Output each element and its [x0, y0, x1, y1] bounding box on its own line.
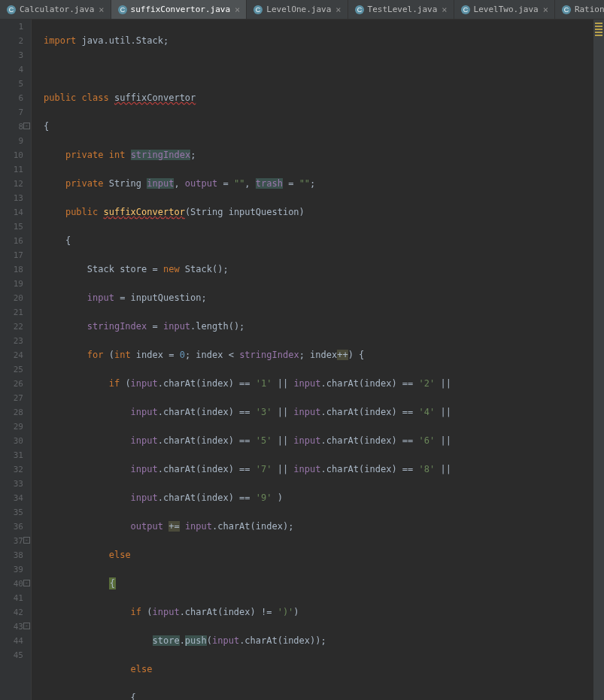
editor-tabs: C Calculator.java × C suffixConvertor.ja… [0, 0, 604, 20]
tab-label: suffixConvertor.java [131, 5, 230, 14]
svg-text:C: C [120, 6, 125, 14]
close-icon[interactable]: × [235, 5, 240, 14]
svg-text:C: C [256, 6, 261, 14]
tab-suffixconvertor[interactable]: C suffixConvertor.java × [111, 0, 247, 19]
svg-text:C: C [357, 6, 362, 14]
scroll-marker-warning[interactable] [595, 35, 602, 36]
tab-label: TestLevel.java [368, 5, 438, 14]
svg-text:C: C [463, 6, 468, 14]
java-class-icon: C [117, 5, 128, 15]
scroll-marker-warning[interactable] [595, 23, 602, 24]
java-class-icon: C [6, 5, 17, 15]
fold-icon[interactable]: - [23, 580, 30, 586]
tab-label: Calculator.java [20, 5, 94, 14]
fold-icon[interactable]: - [23, 123, 30, 129]
fold-icon[interactable]: - [23, 537, 30, 544]
editor-scrollbar[interactable] [593, 20, 604, 700]
java-class-icon: C [354, 5, 365, 15]
tab-label: LevelTwo.java [474, 5, 539, 14]
java-class-icon: C [561, 5, 572, 15]
close-icon[interactable]: × [543, 5, 548, 14]
tab-label: LevelOne.java [266, 5, 331, 14]
scroll-marker-warning[interactable] [595, 32, 602, 33]
tab-label: RationalNumbe [575, 5, 604, 14]
svg-text:C: C [564, 6, 569, 14]
fold-icon[interactable]: - [23, 623, 30, 629]
scroll-marker-warning[interactable] [595, 26, 602, 27]
code-area[interactable]: import java.util.Stack; public class suf… [32, 20, 593, 700]
tab-levelone[interactable]: C LevelOne.java × [247, 0, 348, 19]
scroll-marker-warning[interactable] [595, 29, 602, 30]
java-class-icon: C [460, 5, 471, 15]
tab-testlevel[interactable]: C TestLevel.java × [348, 0, 454, 19]
tab-rationalnumber[interactable]: C RationalNumbe [555, 0, 604, 19]
tab-leveltwo[interactable]: C LevelTwo.java × [454, 0, 555, 19]
close-icon[interactable]: × [335, 5, 341, 14]
svg-text:C: C [9, 6, 14, 14]
line-gutter[interactable]: 1 2 3 4 5 6 7 8- 9 10 11 12 13 14 15 16 … [0, 20, 32, 700]
java-class-icon: C [253, 5, 263, 15]
close-icon[interactable]: × [99, 5, 104, 14]
close-icon[interactable]: × [442, 5, 447, 14]
tab-calculator[interactable]: C Calculator.java × [0, 0, 111, 19]
editor-area: 1 2 3 4 5 6 7 8- 9 10 11 12 13 14 15 16 … [0, 20, 604, 700]
